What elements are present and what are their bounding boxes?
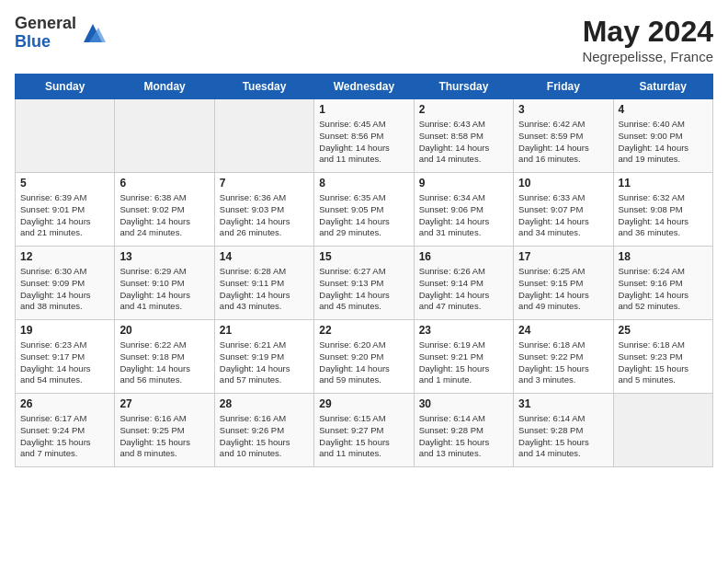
day-number: 23 — [419, 324, 508, 337]
day-info: Sunrise: 6:35 AM Sunset: 9:05 PM Dayligh… — [319, 192, 408, 239]
day-info: Sunrise: 6:29 AM Sunset: 9:10 PM Dayligh… — [119, 266, 209, 313]
calendar-cell: 5Sunrise: 6:39 AM Sunset: 9:01 PM Daylig… — [16, 173, 115, 247]
calendar-cell: 10Sunrise: 6:33 AM Sunset: 9:07 PM Dayli… — [514, 173, 613, 247]
header-wednesday: Wednesday — [314, 75, 414, 99]
location: Negrepelisse, France — [582, 49, 713, 64]
day-info: Sunrise: 6:18 AM Sunset: 9:23 PM Dayligh… — [619, 339, 708, 386]
day-info: Sunrise: 6:26 AM Sunset: 9:14 PM Dayligh… — [419, 266, 508, 313]
day-info: Sunrise: 6:43 AM Sunset: 8:58 PM Dayligh… — [419, 119, 508, 166]
day-number: 19 — [20, 324, 109, 337]
day-number: 22 — [319, 324, 408, 337]
page-header: General Blue May 2024 Negrepelisse, Fran… — [15, 15, 713, 64]
calendar-cell — [115, 99, 214, 173]
calendar-cell: 12Sunrise: 6:30 AM Sunset: 9:09 PM Dayli… — [16, 247, 115, 320]
logo-blue-text: Blue — [15, 33, 76, 52]
calendar-cell: 9Sunrise: 6:34 AM Sunset: 9:06 PM Daylig… — [414, 173, 513, 247]
day-number: 27 — [119, 397, 209, 410]
day-info: Sunrise: 6:16 AM Sunset: 9:26 PM Dayligh… — [220, 413, 309, 460]
day-info: Sunrise: 6:15 AM Sunset: 9:27 PM Dayligh… — [319, 413, 408, 460]
day-info: Sunrise: 6:45 AM Sunset: 8:56 PM Dayligh… — [319, 119, 408, 166]
header-saturday: Saturday — [613, 75, 712, 99]
calendar-cell: 7Sunrise: 6:36 AM Sunset: 9:03 PM Daylig… — [214, 173, 313, 247]
day-number: 16 — [419, 250, 508, 263]
calendar-cell: 15Sunrise: 6:27 AM Sunset: 9:13 PM Dayli… — [314, 247, 414, 320]
calendar-week-4: 19Sunrise: 6:23 AM Sunset: 9:17 PM Dayli… — [16, 320, 713, 394]
calendar-cell: 2Sunrise: 6:43 AM Sunset: 8:58 PM Daylig… — [414, 99, 513, 173]
day-info: Sunrise: 6:21 AM Sunset: 9:19 PM Dayligh… — [220, 339, 309, 386]
calendar-week-5: 26Sunrise: 6:17 AM Sunset: 9:24 PM Dayli… — [16, 394, 713, 467]
day-info: Sunrise: 6:30 AM Sunset: 9:09 PM Dayligh… — [20, 266, 109, 313]
calendar-cell: 6Sunrise: 6:38 AM Sunset: 9:02 PM Daylig… — [115, 173, 214, 247]
calendar-cell: 4Sunrise: 6:40 AM Sunset: 9:00 PM Daylig… — [613, 99, 712, 173]
calendar-cell: 21Sunrise: 6:21 AM Sunset: 9:19 PM Dayli… — [214, 320, 313, 394]
day-number: 8 — [319, 177, 408, 190]
day-number: 29 — [319, 397, 408, 410]
day-number: 24 — [518, 324, 608, 337]
calendar-week-3: 12Sunrise: 6:30 AM Sunset: 9:09 PM Dayli… — [16, 247, 713, 320]
day-info: Sunrise: 6:19 AM Sunset: 9:21 PM Dayligh… — [419, 339, 508, 386]
day-info: Sunrise: 6:39 AM Sunset: 9:01 PM Dayligh… — [20, 192, 109, 239]
day-info: Sunrise: 6:25 AM Sunset: 9:15 PM Dayligh… — [518, 266, 608, 313]
calendar-cell: 18Sunrise: 6:24 AM Sunset: 9:16 PM Dayli… — [613, 247, 712, 320]
day-number: 11 — [619, 177, 708, 190]
calendar-cell: 27Sunrise: 6:16 AM Sunset: 9:25 PM Dayli… — [115, 394, 214, 467]
day-number: 26 — [20, 397, 109, 410]
calendar-cell: 13Sunrise: 6:29 AM Sunset: 9:10 PM Dayli… — [115, 247, 214, 320]
header-thursday: Thursday — [414, 75, 513, 99]
calendar-cell: 20Sunrise: 6:22 AM Sunset: 9:18 PM Dayli… — [115, 320, 214, 394]
title-block: May 2024 Negrepelisse, France — [582, 15, 713, 64]
calendar-cell: 14Sunrise: 6:28 AM Sunset: 9:11 PM Dayli… — [214, 247, 313, 320]
day-number: 17 — [518, 250, 608, 263]
calendar-week-1: 1Sunrise: 6:45 AM Sunset: 8:56 PM Daylig… — [16, 99, 713, 173]
day-number: 30 — [419, 397, 508, 410]
calendar-cell: 26Sunrise: 6:17 AM Sunset: 9:24 PM Dayli… — [16, 394, 115, 467]
day-info: Sunrise: 6:22 AM Sunset: 9:18 PM Dayligh… — [119, 339, 209, 386]
day-number: 2 — [419, 103, 508, 116]
calendar-cell: 28Sunrise: 6:16 AM Sunset: 9:26 PM Dayli… — [214, 394, 313, 467]
calendar-cell: 25Sunrise: 6:18 AM Sunset: 9:23 PM Dayli… — [613, 320, 712, 394]
day-info: Sunrise: 6:18 AM Sunset: 9:22 PM Dayligh… — [518, 339, 608, 386]
logo-icon — [80, 20, 106, 46]
day-info: Sunrise: 6:20 AM Sunset: 9:20 PM Dayligh… — [319, 339, 408, 386]
calendar-cell: 19Sunrise: 6:23 AM Sunset: 9:17 PM Dayli… — [16, 320, 115, 394]
day-number: 7 — [220, 177, 309, 190]
calendar-cell — [214, 99, 313, 173]
day-info: Sunrise: 6:42 AM Sunset: 8:59 PM Dayligh… — [518, 119, 608, 166]
calendar-cell: 17Sunrise: 6:25 AM Sunset: 9:15 PM Dayli… — [514, 247, 613, 320]
logo: General Blue — [15, 15, 106, 52]
day-number: 12 — [20, 250, 109, 263]
day-info: Sunrise: 6:14 AM Sunset: 9:28 PM Dayligh… — [518, 413, 608, 460]
day-number: 20 — [119, 324, 209, 337]
calendar-cell: 16Sunrise: 6:26 AM Sunset: 9:14 PM Dayli… — [414, 247, 513, 320]
calendar-cell: 1Sunrise: 6:45 AM Sunset: 8:56 PM Daylig… — [314, 99, 414, 173]
logo-general-text: General — [15, 15, 76, 33]
calendar-header-row: Sunday Monday Tuesday Wednesday Thursday… — [16, 75, 713, 99]
day-number: 13 — [119, 250, 209, 263]
day-number: 28 — [220, 397, 309, 410]
day-number: 25 — [619, 324, 708, 337]
day-info: Sunrise: 6:32 AM Sunset: 9:08 PM Dayligh… — [619, 192, 708, 239]
day-number: 15 — [319, 250, 408, 263]
calendar-cell: 31Sunrise: 6:14 AM Sunset: 9:28 PM Dayli… — [514, 394, 613, 467]
calendar-cell: 8Sunrise: 6:35 AM Sunset: 9:05 PM Daylig… — [314, 173, 414, 247]
month-title: May 2024 — [582, 15, 713, 49]
day-number: 10 — [518, 177, 608, 190]
day-number: 18 — [619, 250, 708, 263]
day-info: Sunrise: 6:16 AM Sunset: 9:25 PM Dayligh… — [119, 413, 209, 460]
day-number: 6 — [119, 177, 209, 190]
calendar-table: Sunday Monday Tuesday Wednesday Thursday… — [15, 74, 713, 467]
day-info: Sunrise: 6:34 AM Sunset: 9:06 PM Dayligh… — [419, 192, 508, 239]
calendar-cell: 3Sunrise: 6:42 AM Sunset: 8:59 PM Daylig… — [514, 99, 613, 173]
calendar-cell: 30Sunrise: 6:14 AM Sunset: 9:28 PM Dayli… — [414, 394, 513, 467]
calendar-cell: 29Sunrise: 6:15 AM Sunset: 9:27 PM Dayli… — [314, 394, 414, 467]
day-number: 1 — [319, 103, 408, 116]
calendar-cell — [16, 99, 115, 173]
day-number: 5 — [20, 177, 109, 190]
header-sunday: Sunday — [16, 75, 115, 99]
day-number: 4 — [619, 103, 708, 116]
day-info: Sunrise: 6:24 AM Sunset: 9:16 PM Dayligh… — [619, 266, 708, 313]
day-info: Sunrise: 6:23 AM Sunset: 9:17 PM Dayligh… — [20, 339, 109, 386]
day-number: 9 — [419, 177, 508, 190]
calendar-week-2: 5Sunrise: 6:39 AM Sunset: 9:01 PM Daylig… — [16, 173, 713, 247]
calendar-cell: 11Sunrise: 6:32 AM Sunset: 9:08 PM Dayli… — [613, 173, 712, 247]
